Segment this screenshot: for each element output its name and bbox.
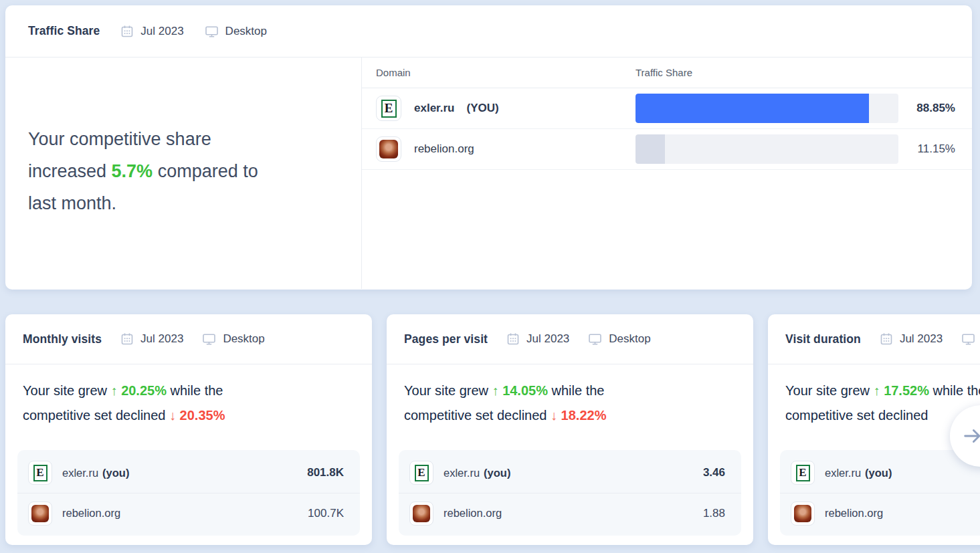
monthly-visits-header: Monthly visits Jul 2023 Desktop [5, 314, 372, 364]
visit-duration-header: Visit duration Jul 2023 [768, 314, 980, 364]
rebelion-avatar-icon [791, 502, 815, 526]
share-value: 11.15% [898, 142, 972, 156]
share-increase-value: 5.7% [112, 161, 153, 181]
pages-per-visit-card: Pages per visit Jul 2023 Desktop Your si… [387, 314, 753, 545]
up-arrow-icon: ↑ [111, 383, 118, 398]
domain-metric-list: E exler.ru (you) 801.8K rebelion.org 100… [17, 450, 360, 536]
period-filter: Jul 2023 [880, 332, 943, 346]
desktop-icon [202, 332, 216, 346]
table-header-row: Domain Traffic Share [362, 58, 972, 88]
domain-cell: E exler.ru (YOU) [362, 96, 635, 121]
list-item[interactable]: E exler.ru (you) 801.8K [17, 453, 360, 493]
metric-value: 1.88 [703, 507, 725, 520]
domain-cell: rebelion.org [362, 136, 635, 162]
desktop-icon [205, 25, 219, 38]
traffic-share-bar [635, 94, 898, 123]
list-item[interactable]: rebelion.org [780, 493, 980, 533]
monthly-visits-card: Monthly visits Jul 2023 Desktop Your sit… [5, 314, 372, 545]
growth-insight-text: Your site grew ↑ 17.52% while the compet… [768, 364, 980, 428]
rebelion-avatar-icon [376, 136, 401, 162]
desktop-icon [961, 332, 975, 346]
list-item[interactable]: E exler.ru (you) 3.46 [399, 453, 741, 493]
growth-value: 17.52% [884, 383, 929, 398]
rebelion-avatar-icon [409, 502, 433, 526]
competitive-insight-text: Your competitive share increased 5.7% co… [28, 123, 286, 219]
desktop-icon [588, 332, 602, 346]
device-filter [961, 332, 980, 346]
calendar-icon [880, 332, 893, 346]
growth-insight-text: Your site grew ↑ 20.25% while the compet… [5, 364, 290, 428]
share-value: 88.85% [898, 102, 972, 115]
device-label: Desktop [223, 332, 264, 346]
you-badge: (you) [102, 467, 129, 479]
pages-per-visit-header: Pages per visit Jul 2023 Desktop [387, 314, 753, 364]
decline-value: 20.35% [180, 408, 225, 423]
exler-logo-icon: E [791, 461, 815, 485]
metric-value: 3.46 [703, 466, 725, 479]
domain-metric-list: E exler.ru (you) 3.46 rebelion.org 1.88 [399, 450, 741, 536]
period-filter: Jul 2023 [120, 332, 183, 346]
calendar-icon [120, 332, 134, 346]
list-item[interactable]: rebelion.org 1.88 [399, 493, 741, 533]
period-label: Jul 2023 [140, 25, 183, 38]
up-arrow-icon: ↑ [874, 383, 880, 398]
period-label: Jul 2023 [526, 332, 569, 346]
period-filter: Jul 2023 [120, 25, 183, 38]
table-row[interactable]: rebelion.org 11.15% [362, 129, 972, 170]
you-badge: (YOU) [467, 102, 499, 115]
down-arrow-icon: ↓ [169, 408, 176, 423]
domain-name: exler.ru [414, 102, 455, 115]
you-badge: (you) [484, 467, 510, 479]
competitive-insight-panel: Your competitive share increased 5.7% co… [5, 58, 362, 289]
device-filter: Desktop [205, 25, 267, 38]
domain-name: exler.ru [62, 467, 98, 479]
domain-metric-list: E exler.ru (you) rebelion.org [780, 450, 980, 536]
bar-track [635, 94, 898, 123]
card-title: Traffic Share [28, 24, 100, 38]
growth-insight-text: Your site grew ↑ 14.05% while the compet… [387, 364, 672, 428]
list-item[interactable]: rebelion.org 100.7K [17, 493, 360, 533]
device-filter: Desktop [588, 332, 650, 346]
you-badge: (you) [865, 467, 892, 479]
growth-value: 14.05% [502, 383, 548, 398]
visit-duration-card: Visit duration Jul 2023 Your site grew ↑… [768, 314, 980, 545]
exler-logo-icon: E [376, 96, 401, 121]
rebelion-avatar-icon [28, 502, 52, 526]
traffic-share-table: Domain Traffic Share E exler.ru (YOU) 88 [362, 58, 972, 289]
domain-name: exler.ru [825, 467, 861, 479]
domain-name: rebelion.org [414, 142, 474, 156]
competitive-dashboard: Traffic Share Jul 2023 Desktop [0, 0, 980, 553]
card-title: Monthly visits [23, 332, 102, 346]
traffic-share-card: Traffic Share Jul 2023 Desktop [5, 5, 972, 290]
period-filter: Jul 2023 [506, 332, 569, 346]
metric-value: 801.8K [307, 466, 344, 479]
list-item[interactable]: E exler.ru (you) [780, 453, 980, 493]
decline-value: 18.22% [561, 408, 607, 423]
metric-value: 100.7K [308, 507, 344, 520]
traffic-share-header: Traffic Share Jul 2023 Desktop [5, 5, 972, 58]
traffic-share-column-header: Traffic Share [635, 67, 692, 78]
calendar-icon [506, 332, 520, 346]
table-row[interactable]: E exler.ru (YOU) 88.85% [362, 88, 972, 129]
exler-logo-icon: E [28, 461, 52, 485]
period-label: Jul 2023 [140, 332, 183, 346]
device-label: Desktop [609, 332, 650, 346]
up-arrow-icon: ↑ [492, 383, 499, 398]
exler-logo-icon: E [409, 461, 433, 485]
domain-name: rebelion.org [444, 507, 502, 520]
domain-name: rebelion.org [825, 507, 883, 520]
card-title: Pages per visit [404, 332, 488, 346]
traffic-share-body: Your competitive share increased 5.7% co… [5, 58, 972, 289]
card-title: Visit duration [785, 332, 861, 346]
period-label: Jul 2023 [900, 332, 943, 346]
growth-value: 20.25% [121, 383, 167, 398]
domain-name: rebelion.org [62, 507, 120, 520]
down-arrow-icon: ↓ [551, 408, 557, 423]
calendar-icon [120, 25, 134, 38]
traffic-share-bar [635, 134, 898, 164]
device-filter: Desktop [202, 332, 264, 346]
bar-track [635, 134, 898, 164]
device-label: Desktop [225, 25, 267, 38]
bar-fill [635, 134, 665, 164]
right-arrow-icon [961, 425, 980, 447]
